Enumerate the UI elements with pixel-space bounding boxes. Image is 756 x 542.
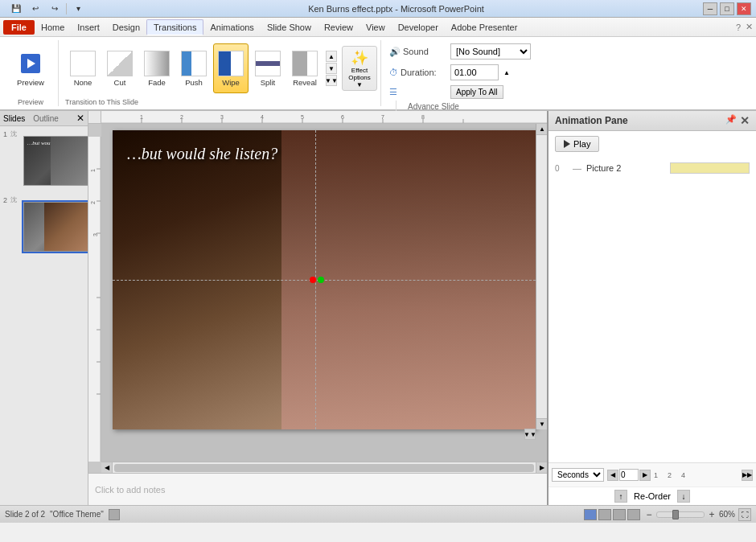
- undo-button[interactable]: ↩: [27, 2, 43, 16]
- timeline-end-btn[interactable]: ▶▶: [742, 470, 753, 481]
- duration-spinup-icon[interactable]: ▲: [503, 69, 510, 76]
- slide-2-image: [23, 202, 88, 252]
- zoom-control: − + 60%: [643, 509, 735, 520]
- normal-view-button[interactable]: [584, 509, 597, 520]
- anim-item-name: Picture 2: [586, 163, 665, 173]
- cut-icon: [107, 51, 133, 76]
- horizontal-scrollbar[interactable]: ◀ ▶: [101, 462, 547, 473]
- transition-push-button[interactable]: Push: [176, 43, 212, 93]
- timeline-prev-btn[interactable]: ◀: [607, 470, 618, 481]
- ribbon: Preview Preview None Cut: [0, 37, 756, 111]
- effect-options-button[interactable]: ✨ Effect Options ▼: [342, 46, 377, 91]
- transition-fade-button[interactable]: Fade: [139, 43, 175, 93]
- svg-text:2: 2: [180, 114, 183, 120]
- save-button[interactable]: 💾: [8, 2, 24, 16]
- svg-text:1: 1: [90, 169, 96, 172]
- scroll-down-small[interactable]: ▼▼: [524, 429, 536, 440]
- menu-view[interactable]: View: [360, 20, 392, 35]
- menu-file[interactable]: File: [3, 20, 35, 35]
- vertical-scrollbar[interactable]: ▲ ▼: [536, 124, 547, 429]
- menu-developer[interactable]: Developer: [392, 20, 445, 35]
- menu-transitions[interactable]: Transitions: [146, 19, 203, 35]
- zoom-slider-thumb[interactable]: [672, 510, 679, 519]
- slide-2-container: 2 沈: [0, 195, 88, 258]
- title-bar-left: 💾 ↩ ↪ ▾: [5, 0, 89, 18]
- theme-info: "Office Theme": [50, 510, 104, 519]
- menu-design[interactable]: Design: [106, 20, 146, 35]
- canvas-scroll-wrapper: 1 2 3: [88, 124, 547, 462]
- preview-button[interactable]: Preview: [11, 43, 50, 93]
- slide-1-thumbnail[interactable]: …but would she listen?: [22, 134, 88, 187]
- reading-view-button[interactable]: [613, 509, 626, 520]
- ribbon-group-preview: Preview Preview: [5, 40, 59, 106]
- zoom-plus-btn[interactable]: +: [706, 509, 717, 520]
- slide-2-thumbnail[interactable]: [22, 200, 88, 253]
- outline-tab[interactable]: Outline: [33, 114, 59, 123]
- slides-tab[interactable]: Slides: [3, 114, 25, 123]
- svg-text:4: 4: [261, 114, 264, 120]
- timeline-marks: 1 2 4: [654, 471, 685, 479]
- reorder-area: ↑ Re-Order ↓: [549, 487, 756, 505]
- menu-animations[interactable]: Animations: [203, 20, 260, 35]
- reorder-up-icon[interactable]: ↑: [614, 490, 627, 503]
- push-icon: [181, 51, 207, 76]
- pane-close-button[interactable]: ✕: [740, 114, 750, 127]
- notes-placeholder: Click to add notes: [95, 485, 165, 495]
- transition-wipe-button[interactable]: Wipe: [213, 43, 249, 93]
- menu-adobe[interactable]: Adobe Presenter: [445, 20, 524, 35]
- zoom-level[interactable]: 60%: [719, 510, 735, 519]
- slideshow-button[interactable]: [627, 509, 640, 520]
- transition-scroll-up[interactable]: ▲: [326, 51, 337, 62]
- notes-area[interactable]: Click to add notes: [88, 473, 547, 505]
- hscroll-right-btn[interactable]: ▶: [536, 462, 547, 474]
- status-bar: Slide 2 of 2 "Office Theme" − + 60% ⛶: [0, 505, 756, 523]
- menu-home[interactable]: Home: [35, 20, 71, 35]
- svg-text:2: 2: [90, 201, 96, 204]
- svg-text:8: 8: [421, 114, 425, 120]
- transition-scroll-down[interactable]: ▼: [326, 63, 337, 74]
- reorder-down-icon[interactable]: ↓: [677, 490, 690, 503]
- scroll-up-btn[interactable]: ▲: [536, 124, 547, 135]
- menu-insert[interactable]: Insert: [71, 20, 106, 35]
- maximize-button[interactable]: □: [720, 2, 734, 15]
- minimize-button[interactable]: ─: [703, 2, 717, 15]
- spellcheck-icon[interactable]: [109, 509, 120, 520]
- dropdown-button[interactable]: ▾: [70, 2, 86, 16]
- canvas-area: 1 2 3 4 5 6 7 8: [88, 111, 547, 505]
- transition-split-button[interactable]: Split: [250, 43, 286, 93]
- apply-to-row: ☰ Apply To All: [389, 84, 531, 101]
- title-bar: 💾 ↩ ↪ ▾ Ken Burns effect.pptx - Microsof…: [0, 0, 756, 18]
- window-controls: ─ □ ✕: [703, 2, 751, 15]
- duration-label: ⏱ Duration:: [389, 68, 446, 77]
- anim-item-bar[interactable]: [670, 162, 750, 174]
- sound-label: 🔊 Sound: [389, 47, 446, 57]
- apply-to-all-button[interactable]: Apply To All: [450, 85, 503, 99]
- ruler-corner: [88, 111, 101, 124]
- zoom-slider[interactable]: [656, 511, 705, 518]
- slide-sorter-button[interactable]: [598, 509, 611, 520]
- status-left: Slide 2 of 2 "Office Theme": [5, 509, 120, 520]
- close-button[interactable]: ✕: [737, 2, 751, 15]
- transition-none-button[interactable]: None: [65, 43, 101, 93]
- effect-options-icon: ✨: [351, 49, 368, 67]
- fit-slide-button[interactable]: ⛶: [738, 508, 751, 521]
- play-button[interactable]: Play: [555, 136, 599, 152]
- panel-close-btn[interactable]: ✕: [76, 113, 84, 124]
- menu-review[interactable]: Review: [318, 20, 360, 35]
- duration-input[interactable]: [450, 64, 499, 80]
- scroll-down-btn[interactable]: ▼: [536, 418, 547, 429]
- hscroll-left-btn[interactable]: ◀: [101, 462, 113, 474]
- timeline-next-btn[interactable]: ▶: [639, 470, 651, 481]
- transition-reveal-button[interactable]: Reveal: [287, 43, 323, 93]
- slide-canvas[interactable]: …but would she listen?: [113, 130, 536, 429]
- timeline-unit-select[interactable]: Seconds: [552, 468, 604, 482]
- sound-select[interactable]: [No Sound]: [450, 43, 531, 60]
- timeline-position-input[interactable]: [619, 469, 639, 481]
- pane-pin-button[interactable]: 📌: [725, 114, 737, 127]
- zoom-minus-btn[interactable]: −: [643, 509, 655, 520]
- transition-cut-button[interactable]: Cut: [102, 43, 138, 93]
- redo-button[interactable]: ↪: [47, 2, 63, 16]
- transition-scroll-more[interactable]: ▼▼: [326, 75, 337, 86]
- animation-timeline: Seconds ◀ ▶ 1 2 4 ▶▶: [549, 462, 756, 487]
- menu-slideshow[interactable]: Slide Show: [261, 20, 318, 35]
